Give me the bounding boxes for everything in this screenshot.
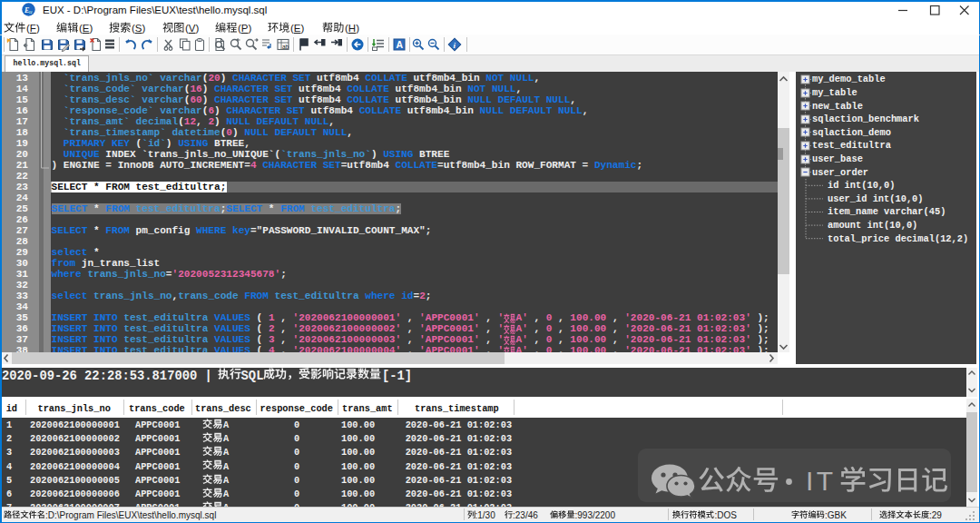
svg-text:ab: ab [282,44,289,50]
svg-text:A: A [397,39,404,50]
svg-text:u: u [29,8,33,15]
